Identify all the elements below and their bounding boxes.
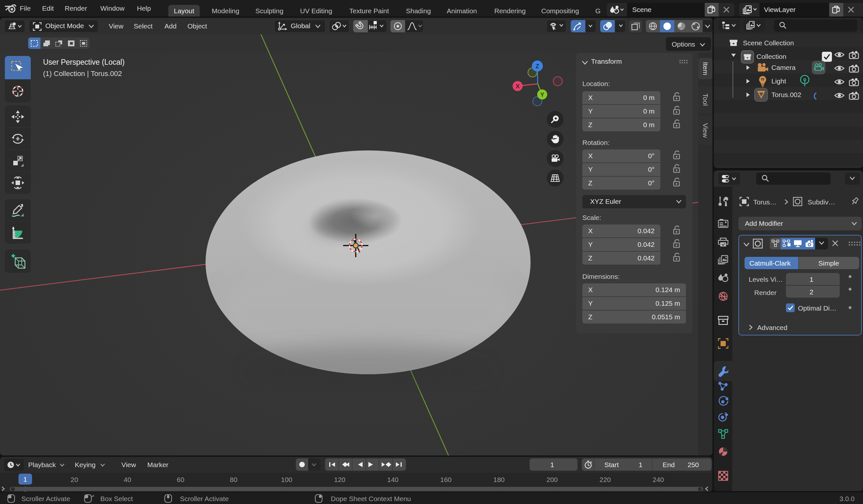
svg-text:Y: Y xyxy=(540,91,545,98)
svg-text:Z: Z xyxy=(535,63,539,69)
svg-text:X: X xyxy=(516,83,520,90)
